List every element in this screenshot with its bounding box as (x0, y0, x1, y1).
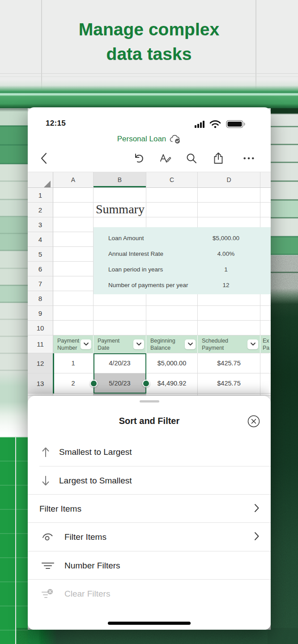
cell[interactable] (94, 321, 146, 335)
cell[interactable] (53, 203, 94, 217)
cell-E13[interactable] (260, 373, 271, 394)
background-bottom-strip (28, 630, 298, 644)
row-header-9[interactable]: 9 (28, 306, 53, 321)
battery-icon (226, 120, 246, 128)
selection-handle-left[interactable] (90, 380, 98, 387)
selection-handle-right[interactable] (142, 380, 150, 387)
column-header-D[interactable]: D (198, 172, 260, 188)
filter-dropdown-button[interactable] (81, 339, 91, 349)
row-header-3[interactable]: 3 (28, 217, 53, 232)
column-header-A[interactable]: A (53, 172, 94, 188)
row-header-6[interactable]: 6 (28, 262, 53, 276)
cell[interactable] (260, 203, 271, 217)
cell[interactable] (53, 217, 94, 232)
summary-value: 1 (199, 266, 253, 272)
cell[interactable] (198, 321, 260, 335)
search-button[interactable] (186, 152, 197, 165)
document-title[interactable]: Personal Loan (117, 135, 166, 144)
more-button[interactable] (243, 152, 255, 165)
cell[interactable] (198, 203, 260, 217)
sheet-title-cell[interactable]: Summary (96, 201, 145, 217)
chevron-right-icon (254, 532, 259, 541)
menu-item-smallest-to-largest[interactable]: Smallest to Largest (28, 438, 271, 466)
table-header-beginning-balance[interactable]: BeginningBalance (146, 335, 198, 353)
table-header-payment-date[interactable]: PaymentDate (94, 335, 146, 353)
ellipsis-icon (243, 157, 255, 160)
cell-E12[interactable] (260, 353, 271, 373)
cell-B12[interactable]: 4/20/23 (94, 353, 146, 373)
cell-C13[interactable]: $4,490.92 (146, 373, 198, 394)
cell[interactable] (198, 306, 260, 321)
sort-filter-panel: Sort and Filter Smallest to Largest Larg… (28, 396, 271, 630)
sheet-drag-handle[interactable] (140, 400, 159, 402)
summary-label: Number of payments per year (108, 281, 188, 288)
search-icon (186, 153, 197, 164)
cell[interactable] (53, 247, 94, 262)
sheet-row-11-table-header: 11 PaymentNumber PaymentDate BeginningBa… (28, 335, 271, 353)
cell-D13[interactable]: $425.75 (198, 373, 260, 394)
row-header-10[interactable]: 10 (28, 321, 53, 335)
close-circle-icon (247, 415, 260, 428)
column-header-B[interactable]: B (94, 172, 146, 188)
cell[interactable] (260, 306, 271, 321)
row-header-8[interactable]: 8 (28, 291, 53, 306)
column-header-E-sliver[interactable] (260, 172, 271, 188)
cell-A13[interactable]: 2 (53, 373, 94, 394)
cell[interactable] (53, 188, 94, 203)
menu-item-filter-items[interactable]: Filter Items (28, 495, 271, 523)
row-header-7[interactable]: 7 (28, 276, 53, 291)
cell-C12[interactable]: $5,000.00 (146, 353, 198, 373)
cell[interactable] (260, 188, 271, 203)
background-grid-left (0, 437, 28, 644)
chevron-right-icon (254, 504, 259, 513)
filter-dropdown-button[interactable] (185, 339, 196, 349)
cell[interactable] (53, 232, 94, 247)
cell[interactable] (146, 188, 198, 203)
summary-label: Loan Amount (108, 234, 144, 241)
table-header-scheduled-payment[interactable]: ScheduledPayment (198, 335, 260, 353)
table-header-extra-truncated[interactable]: ExPa (260, 335, 271, 353)
cell[interactable] (146, 306, 198, 321)
cell[interactable] (94, 306, 146, 321)
cell-B13-selected[interactable]: 5/20/23 (94, 373, 146, 394)
format-text-button[interactable] (160, 152, 171, 165)
home-indicator[interactable] (108, 622, 191, 625)
cloud-check-icon (169, 135, 181, 144)
cell[interactable] (53, 306, 94, 321)
row-header-5[interactable]: 5 (28, 247, 53, 262)
status-time: 12:15 (46, 119, 66, 128)
cell[interactable] (53, 291, 94, 306)
filter-dropdown-button[interactable] (133, 339, 144, 349)
cell[interactable] (53, 276, 94, 291)
cell[interactable] (260, 321, 271, 335)
menu-item-number-filters[interactable]: Number Filters (28, 551, 271, 580)
cell[interactable] (146, 203, 198, 217)
row-header-4[interactable]: 4 (28, 232, 53, 247)
select-all-cell[interactable] (28, 172, 53, 188)
menu-item-largest-to-smallest[interactable]: Largest to Smallest (28, 466, 271, 495)
row-header-11[interactable]: 11 (28, 335, 53, 353)
share-button[interactable] (213, 152, 224, 165)
cell[interactable] (53, 262, 94, 276)
cell-D12[interactable]: $425.75 (198, 353, 260, 373)
summary-value: 12 (199, 281, 253, 288)
background-stripes-right (271, 107, 298, 644)
menu-item-label: Filter Items (64, 532, 106, 542)
row-header-12[interactable]: 12 (28, 353, 53, 373)
back-button[interactable] (38, 152, 49, 165)
close-button[interactable] (247, 415, 260, 428)
undo-button[interactable] (133, 152, 145, 165)
chevron-left-icon (40, 153, 47, 164)
cell[interactable] (146, 321, 198, 335)
select-all-triangle-icon (44, 181, 51, 187)
menu-item-filter-items-visible[interactable]: Filter Items (28, 523, 271, 551)
table-header-payment-number[interactable]: PaymentNumber (53, 335, 94, 353)
row-header-13[interactable]: 13 (28, 373, 53, 394)
cell[interactable] (53, 321, 94, 335)
row-header-1[interactable]: 1 (28, 188, 53, 203)
row-header-2[interactable]: 2 (28, 203, 53, 217)
column-header-C[interactable]: C (146, 172, 198, 188)
cell-A12[interactable]: 1 (53, 353, 94, 373)
filter-dropdown-button[interactable] (247, 339, 258, 349)
cell[interactable] (198, 188, 260, 203)
